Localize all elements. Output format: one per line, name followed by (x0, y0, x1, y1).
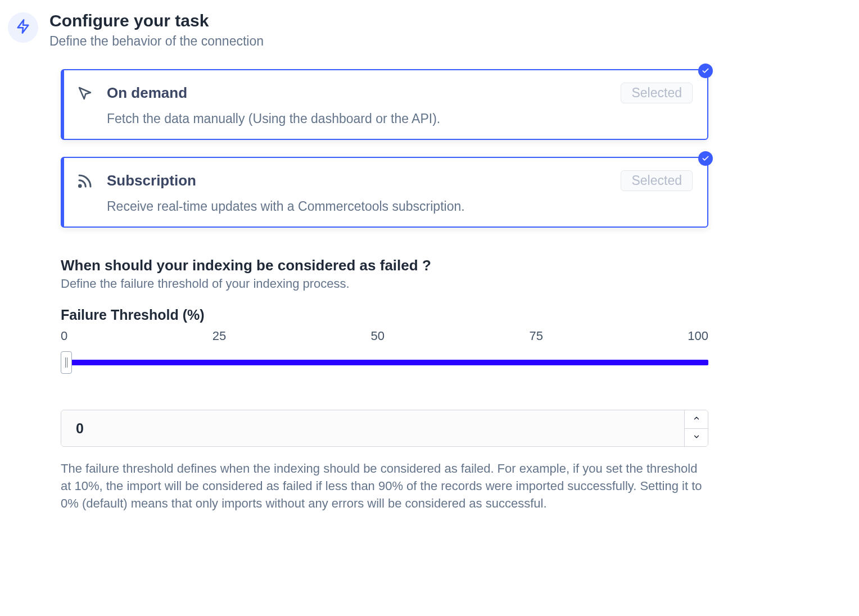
tick-50: 50 (371, 329, 385, 343)
chevron-down-icon (693, 433, 700, 442)
slider-ticks: 0 25 50 75 100 (61, 329, 708, 343)
failure-section-subtitle: Define the failure threshold of your ind… (61, 277, 708, 291)
stepper-up-button[interactable] (685, 410, 708, 429)
option-subscription[interactable]: Subscription Selected Receive real-time … (61, 157, 708, 228)
lightning-icon (15, 19, 31, 37)
header-text: Configure your task Define the behavior … (49, 11, 264, 49)
tick-100: 100 (688, 329, 708, 343)
tick-75: 75 (529, 329, 542, 343)
slider-thumb[interactable] (61, 351, 72, 374)
option-description: Fetch the data manually (Using the dashb… (107, 111, 693, 126)
page-header: Configure your task Define the behavior … (8, 11, 851, 49)
stepper-down-button[interactable] (685, 429, 708, 447)
failure-threshold-input[interactable]: 0 (61, 410, 684, 446)
selected-badge: Selected (621, 170, 693, 191)
header-icon-wrap (8, 12, 38, 43)
cursor-icon (76, 85, 93, 104)
failure-threshold-label: Failure Threshold (%) (61, 307, 708, 323)
failure-threshold-help: The failure threshold defines when the i… (61, 460, 708, 512)
failure-section-title: When should your indexing be considered … (61, 257, 708, 274)
page-title: Configure your task (49, 11, 264, 30)
check-icon (698, 151, 713, 166)
chevron-up-icon (693, 414, 700, 424)
svg-point-0 (79, 185, 81, 187)
page-subtitle: Define the behavior of the connection (49, 34, 264, 49)
tick-0: 0 (61, 329, 67, 343)
selected-badge: Selected (621, 83, 693, 103)
option-on-demand[interactable]: On demand Selected Fetch the data manual… (61, 69, 708, 140)
rss-icon (76, 173, 93, 192)
check-icon (698, 64, 713, 78)
option-description: Receive real-time updates with a Commerc… (107, 199, 693, 214)
tick-25: 25 (213, 329, 226, 343)
option-title: On demand (107, 84, 187, 102)
failure-threshold-slider[interactable] (61, 351, 708, 374)
slider-track (61, 360, 708, 365)
option-title: Subscription (107, 172, 196, 189)
failure-threshold-stepper: 0 (61, 410, 708, 447)
